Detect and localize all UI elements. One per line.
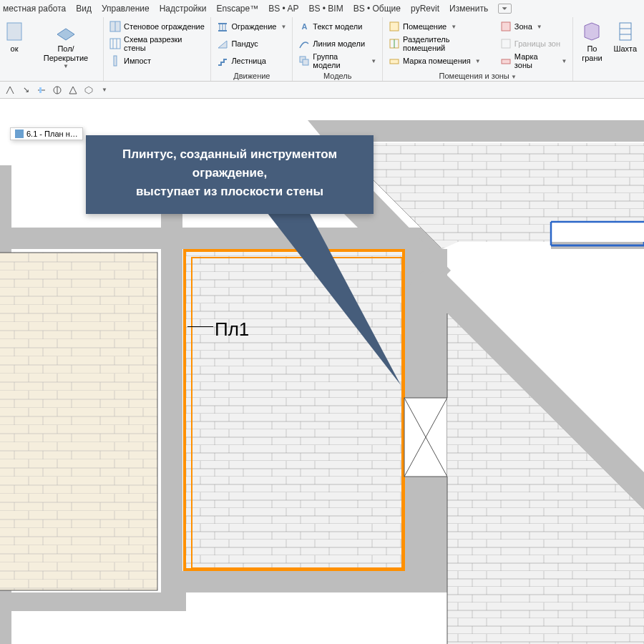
curtain-grid-icon — [109, 38, 121, 49]
svg-marker-31 — [85, 87, 92, 94]
area-boundary-icon — [500, 38, 512, 49]
curtain-wall-icon — [109, 21, 121, 32]
svg-rect-4 — [110, 39, 120, 49]
svg-rect-28 — [39, 87, 42, 93]
view-tab-label: 6.1 - План н… — [26, 130, 78, 138]
svg-rect-7 — [114, 56, 117, 66]
chevron-down-icon: ▼ — [475, 58, 481, 64]
area-button[interactable]: Зона▼ — [499, 19, 569, 34]
view-tab[interactable]: 6.1 - План н… — [10, 127, 83, 140]
modify-icon[interactable] — [4, 84, 16, 96]
callout-text: выступает из плоскости стены — [99, 182, 361, 201]
svg-rect-21 — [502, 39, 510, 48]
menu-item[interactable]: BS • BIM — [308, 4, 343, 14]
chevron-down-icon: ▼ — [561, 58, 567, 64]
menu-item[interactable]: pyRevit — [411, 4, 439, 14]
room-separator-icon — [389, 38, 400, 49]
chevron-down-icon: ▼ — [537, 24, 542, 30]
chevron-down-icon: ▼ — [280, 24, 286, 30]
model-group-icon — [298, 55, 310, 67]
area-tag-icon — [500, 55, 512, 67]
shaft-button[interactable]: Шахта — [610, 19, 640, 80]
model-line-icon — [298, 38, 310, 49]
chevron-down-icon: ▼ — [371, 58, 376, 64]
svg-rect-16 — [390, 22, 399, 31]
room-tag-icon — [389, 55, 400, 67]
mullion-button[interactable]: Импост — [108, 53, 206, 69]
model-group-button[interactable]: Группа модели▼ — [297, 53, 378, 69]
area-boundary-button: Границы зон — [499, 36, 569, 52]
pin-icon[interactable]: ↘ — [20, 84, 31, 96]
panel-label[interactable]: Помещения и зоны — [387, 70, 568, 80]
menu-item[interactable]: Вид — [76, 4, 92, 14]
menu-expand-icon[interactable]: ⏷ — [498, 4, 512, 14]
chevron-down-icon: ▼ — [451, 24, 457, 30]
chevron-down-icon[interactable]: ▼ — [99, 84, 110, 96]
ribbon-panel-build: ок Пол/Перекрытие ▼ — [0, 17, 104, 81]
view-icon — [15, 130, 24, 138]
svg-rect-20 — [502, 22, 510, 31]
area-icon — [500, 21, 512, 32]
floor-button[interactable]: Пол/Перекрытие ▼ — [33, 19, 99, 80]
svg-rect-56 — [182, 571, 447, 592]
by-face-icon — [580, 20, 603, 43]
stair-button[interactable]: Лестница — [215, 53, 288, 69]
railing-icon — [217, 21, 228, 32]
svg-rect-71 — [185, 250, 404, 570]
ribbon-panel-opening: По грани Шахта — [573, 17, 644, 81]
annotation-callout: Плинтус, созданный инструментом огражден… — [86, 135, 374, 214]
railing-button[interactable]: Ограждение▼ — [215, 19, 288, 34]
svg-rect-22 — [502, 59, 510, 64]
ribbon-panel-model: AТекст модели Линия модели Группа модели… — [293, 17, 383, 81]
shaft-icon — [614, 20, 637, 43]
curtain-wall-button[interactable]: Стеновое ограждение — [108, 19, 206, 34]
menu-item[interactable]: Enscape™ — [217, 4, 259, 14]
ribbon-panel-circulation: Ограждение▼ Пандус Лестница Движение — [211, 17, 293, 81]
ramp-button[interactable]: Пандус — [215, 36, 288, 52]
align-icon[interactable] — [36, 84, 47, 96]
svg-marker-13 — [218, 41, 227, 48]
svg-rect-50 — [161, 165, 182, 595]
model-line-button[interactable]: Линия модели — [297, 36, 378, 52]
ribbon: ок Пол/Перекрытие ▼ Стеновое ограждение … — [0, 17, 644, 82]
svg-rect-0 — [7, 23, 21, 40]
svg-rect-15 — [303, 59, 308, 65]
svg-marker-1 — [57, 29, 74, 40]
room-tag-button[interactable]: Марка помещения▼ — [387, 53, 494, 69]
svg-rect-24 — [620, 23, 631, 40]
floor-icon — [54, 20, 77, 43]
drawing-canvas[interactable]: Плинтус, созданный инструментом огражден… — [0, 99, 644, 644]
thin-lines-icon[interactable] — [52, 84, 63, 96]
svg-rect-51 — [0, 592, 186, 611]
menu-item[interactable]: Надстройки — [160, 4, 207, 14]
svg-rect-19 — [390, 59, 399, 64]
menu-item[interactable]: BS • AP — [268, 4, 298, 14]
by-face-button[interactable]: По грани — [577, 19, 606, 80]
model-text-button[interactable]: AТекст модели — [297, 19, 378, 34]
room-tag-label: Пл1 — [215, 318, 249, 341]
svg-rect-69 — [0, 253, 157, 590]
panel-label: Модель — [297, 70, 378, 80]
column-button[interactable]: ок — [0, 19, 29, 80]
room-separator-button[interactable]: Разделитель помещений — [387, 36, 494, 52]
stair-icon — [217, 55, 228, 67]
column-icon — [3, 20, 26, 43]
room-button[interactable]: Помещение▼ — [387, 19, 494, 34]
menu-item[interactable]: местная работа — [3, 4, 66, 14]
curtain-grid-button[interactable]: Схема разрезки стены — [108, 36, 206, 52]
ribbon-panel-rooms: Помещение▼ Разделитель помещений Марка п… — [383, 17, 573, 81]
ramp-icon — [217, 38, 228, 49]
chevron-down-icon: ▼ — [63, 63, 69, 69]
hex-icon[interactable] — [83, 84, 94, 96]
menu-item[interactable]: BS • Общие — [353, 4, 401, 14]
menu-item[interactable]: Управление — [102, 4, 150, 14]
panel-label: Движение — [215, 70, 288, 80]
menu-item[interactable]: Изменить — [449, 4, 488, 14]
svg-marker-23 — [585, 23, 599, 40]
room-tag-leader — [187, 326, 213, 327]
area-tag-button[interactable]: Марка зоны▼ — [499, 53, 569, 69]
ribbon-panel-curtain: Стеновое ограждение Схема разрезки стены… — [104, 17, 211, 81]
quick-access-toolbar: ↘ ▼ — [0, 82, 644, 99]
room-icon — [389, 21, 400, 32]
section-box-icon[interactable] — [67, 84, 79, 96]
